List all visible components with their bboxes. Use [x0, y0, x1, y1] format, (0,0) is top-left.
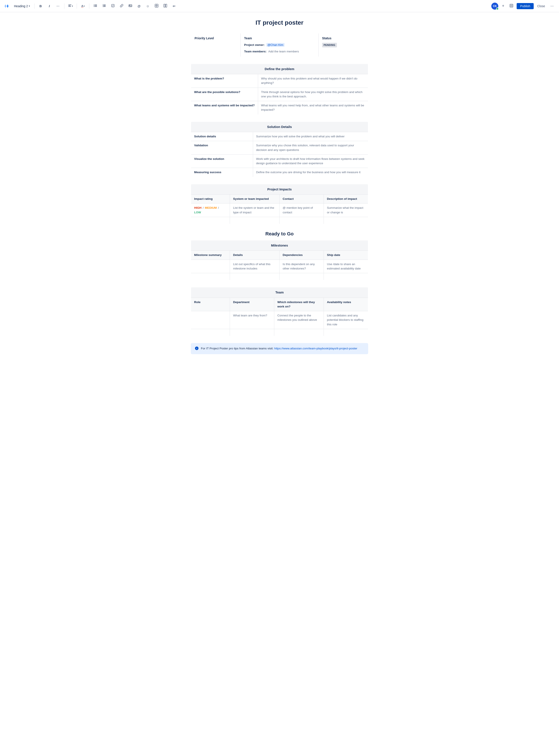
- solution-label-3: Visualize the solution: [191, 154, 253, 168]
- avatar-button[interactable]: CK: [491, 3, 498, 9]
- milestone-shipdate-1[interactable]: Use /date to share an estimated availabi…: [324, 260, 368, 273]
- milestones-col-4: Ship date: [324, 251, 368, 260]
- team-col-2: Department: [230, 298, 274, 311]
- svg-point-5: [94, 5, 94, 6]
- problem-desc-1[interactable]: Why should you solve this problem and wh…: [258, 74, 368, 88]
- svg-rect-2: [68, 6, 71, 7]
- impact-data-row-1: HIGH / MEDIUM / LOW List the system or t…: [191, 203, 368, 217]
- table-button[interactable]: [153, 3, 160, 9]
- more-options-icon: ···: [550, 4, 554, 8]
- emoji-button[interactable]: ☺: [144, 3, 151, 9]
- priority-team-status-table: Priority Level Team Project owner: @Chan…: [191, 33, 368, 57]
- bullet-list-button[interactable]: [92, 3, 99, 9]
- team-empty-1: [191, 329, 230, 336]
- insert-more-button[interactable]: + ▾: [171, 3, 178, 9]
- problem-desc-2[interactable]: Think through several options for how yo…: [258, 88, 368, 101]
- heading-label: Heading 2: [14, 4, 28, 8]
- svg-rect-4: [95, 5, 97, 5]
- close-button[interactable]: Close: [535, 3, 547, 9]
- team-empty-row-1: [191, 329, 368, 336]
- info-text: For IT Project Poster pro tips from Atla…: [201, 346, 357, 351]
- italic-button[interactable]: I: [46, 3, 53, 9]
- numbered-list-button[interactable]: 1. 2. 3.: [100, 3, 108, 9]
- solution-desc-1[interactable]: Summarize how you will solve the problem…: [253, 132, 368, 141]
- milestone-details-1[interactable]: List out specifics of what this mileston…: [230, 260, 280, 273]
- impacts-header: Project Impacts: [191, 184, 368, 195]
- task-button[interactable]: [109, 3, 116, 9]
- milestone-dependencies-1[interactable]: Is this dependent on any other milestone…: [280, 260, 324, 273]
- priority-header: Priority Level: [195, 36, 237, 41]
- color-button[interactable]: A ▾: [80, 3, 87, 9]
- solution-label-4: Measuring success: [191, 168, 253, 177]
- mention-button[interactable]: @: [136, 3, 142, 9]
- impact-system-cell[interactable]: List the system or team and the type of …: [230, 203, 280, 217]
- team-col-3: Which milestones will they work on?: [274, 298, 324, 311]
- status-cell: Status PENDING: [318, 34, 368, 57]
- page-content: IT project poster Priority Level Team Pr…: [186, 12, 373, 368]
- project-owner-row: Project owner: @Chan Kim: [244, 43, 315, 47]
- team-members-label: Team members:: [244, 50, 267, 53]
- impact-description-cell[interactable]: Summarize what the impact or change is: [324, 203, 368, 217]
- more-format-button[interactable]: ···: [54, 3, 62, 9]
- team-role-1[interactable]: [191, 311, 230, 329]
- problem-row-2: What are the possible solutions? Think t…: [191, 88, 368, 101]
- problem-row-3: What teams and systems will be impacted?…: [191, 101, 368, 115]
- numbered-list-icon: 1. 2. 3.: [103, 4, 106, 8]
- align-button[interactable]: ▾: [67, 3, 74, 9]
- solution-desc-3[interactable]: Work with your architects to draft how i…: [253, 154, 368, 168]
- impact-high-label: HIGH: [194, 206, 202, 209]
- publish-button[interactable]: Publish: [517, 3, 534, 9]
- team-empty-2: [230, 329, 274, 336]
- info-text-before: For IT Project Poster pro tips from Atla…: [201, 347, 274, 350]
- solution-desc-4[interactable]: Define the outcome you are driving for t…: [253, 168, 368, 177]
- avatar-container: CK: [491, 3, 498, 9]
- problem-label-3: What teams and systems will be impacted?: [191, 101, 258, 115]
- impact-col-header-4: Description of impact: [324, 195, 368, 203]
- problem-label-1: What is the problem?: [191, 74, 258, 88]
- team-department-1[interactable]: What team are they from?: [230, 311, 274, 329]
- bold-button[interactable]: B: [37, 3, 44, 9]
- status-badge: PENDING: [322, 43, 337, 47]
- template-button[interactable]: [508, 3, 515, 9]
- team-milestones-1[interactable]: Connect the people to the milestones you…: [274, 311, 324, 329]
- logo: [3, 3, 9, 9]
- solution-desc-2[interactable]: Summarize why you chose this solution, r…: [253, 141, 368, 155]
- toolbar-divider-1: [34, 3, 35, 9]
- svg-rect-14: [104, 6, 106, 7]
- impacts-header-row: Project Impacts: [191, 184, 368, 195]
- svg-rect-6: [95, 5, 97, 6]
- impact-rating-cell: HIGH / MEDIUM / LOW: [191, 203, 230, 217]
- task-icon: [111, 4, 115, 8]
- milestone-summary-1[interactable]: [191, 260, 230, 273]
- link-button[interactable]: [118, 3, 125, 9]
- impact-col-header-2: System or team impacted: [230, 195, 280, 203]
- impact-empty-3: [280, 217, 324, 224]
- svg-text:i: i: [196, 347, 197, 350]
- image-button[interactable]: [127, 3, 134, 9]
- team-cell: Team Project owner: @Chan Kim Team membe…: [241, 34, 319, 57]
- align-icon: [68, 4, 72, 8]
- impact-col-header-3: Contact: [280, 195, 324, 203]
- page-title[interactable]: IT project poster: [191, 19, 368, 26]
- team-availability-1[interactable]: List candidates and any potential blocke…: [324, 311, 368, 329]
- solution-row-2: Validation Summarize why you chose this …: [191, 141, 368, 155]
- project-owner-mention[interactable]: @Chan Kim: [266, 43, 285, 47]
- problem-header-row: Define the problem: [191, 64, 368, 74]
- impact-contact-cell[interactable]: @ mention key point of contact: [280, 203, 324, 217]
- team-header: Team: [244, 36, 315, 41]
- impact-empty-row: [191, 217, 368, 224]
- add-collaborator-button[interactable]: +: [500, 3, 506, 9]
- problem-desc-3[interactable]: What teams will you need help from, and …: [258, 101, 368, 115]
- layout-button[interactable]: [162, 3, 169, 9]
- heading-selector[interactable]: Heading 2 ▾: [12, 3, 32, 9]
- milestone-empty-row: [191, 273, 368, 280]
- solution-header: Solution Details: [191, 121, 368, 132]
- impact-col-header-1: Impact rating: [191, 195, 230, 203]
- info-box: i For IT Project Poster pro tips from At…: [191, 343, 368, 354]
- more-options-button[interactable]: ···: [549, 3, 556, 9]
- milestone-empty-3: [280, 273, 324, 280]
- svg-rect-1: [68, 5, 70, 6]
- bullet-list-icon: [94, 4, 97, 8]
- info-link[interactable]: https://www.atlassian.com/team-playbook/…: [274, 347, 357, 350]
- impact-medium-label: MEDIUM: [205, 206, 217, 209]
